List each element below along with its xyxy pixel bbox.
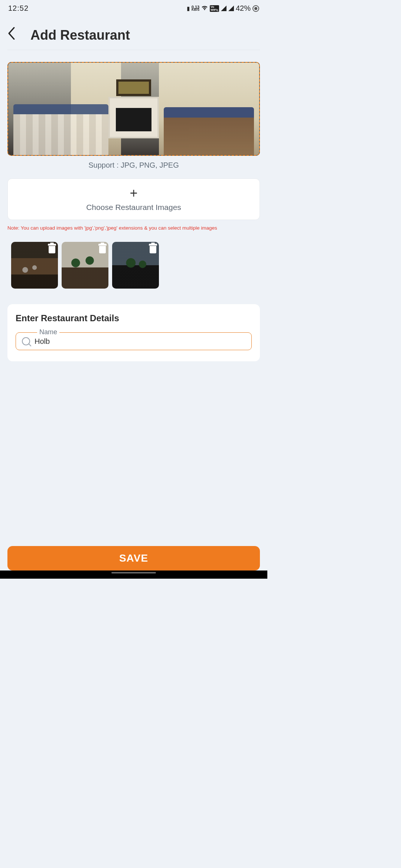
vowifi-badge: Vo WiFi1 — [210, 5, 219, 12]
signal-icon-2 — [228, 6, 234, 11]
delete-thumbnail-1-button[interactable] — [48, 244, 56, 253]
thumbnail-2[interactable] — [62, 242, 108, 289]
back-button[interactable] — [7, 27, 16, 43]
battery-ring-icon — [252, 5, 259, 12]
name-input-value: Holb — [35, 337, 50, 346]
signal-icon-1 — [221, 6, 226, 11]
thumbnail-1[interactable] — [11, 242, 58, 289]
restaurant-main-image — [8, 63, 259, 155]
content-fade — [0, 526, 267, 539]
image-thumbnails — [7, 242, 260, 289]
page-title: Add Restaurant — [30, 27, 130, 43]
status-right: ▮ 0.13 KB/S Vo WiFi1 42% — [187, 4, 259, 13]
status-time: 12:52 — [8, 4, 29, 13]
details-section-title: Enter Restaurant Details — [16, 313, 252, 323]
choose-images-button[interactable]: + Choose Restaurant Images — [7, 178, 260, 220]
thumbnail-3[interactable] — [112, 242, 159, 289]
plus-icon: + — [130, 187, 137, 200]
system-nav-bar — [0, 571, 267, 579]
battery-percentage: 42% — [236, 4, 251, 13]
main-image-upload-area[interactable] — [7, 62, 260, 156]
supported-formats-label: Support : JPG, PNG, JPEG — [7, 161, 260, 170]
upload-note: Note: You can upload images with 'jpg','… — [7, 225, 260, 231]
name-field-wrapper: Name Holb — [16, 332, 252, 350]
wifi-icon — [201, 5, 208, 11]
choose-images-label: Choose Restaurant Images — [86, 203, 181, 212]
nav-pill[interactable] — [111, 572, 156, 573]
bottom-action-bar: SAVE — [0, 546, 267, 571]
status-bar: 12:52 ▮ 0.13 KB/S Vo WiFi1 42% — [0, 0, 267, 17]
vibrate-icon: ▮ — [187, 5, 190, 12]
network-rate: 0.13 KB/S — [192, 6, 200, 11]
name-field-label: Name — [37, 328, 59, 336]
delete-thumbnail-2-button[interactable] — [98, 244, 107, 253]
save-button[interactable]: SAVE — [7, 546, 260, 571]
search-icon — [22, 337, 30, 345]
page-header: Add Restaurant — [0, 17, 267, 50]
delete-thumbnail-3-button[interactable] — [149, 244, 157, 253]
restaurant-details-card: Enter Restaurant Details Name Holb — [7, 304, 260, 361]
